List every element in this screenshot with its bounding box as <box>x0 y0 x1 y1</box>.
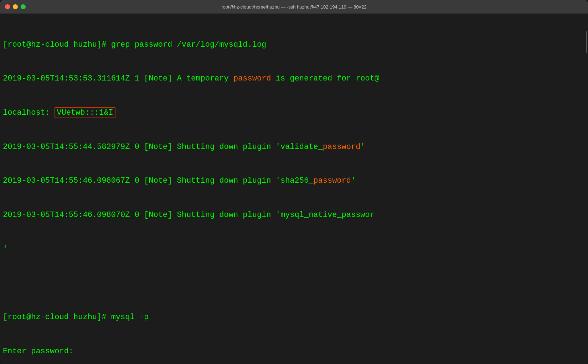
line-2: 2019-03-05T14:53:53.311614Z 1 [Note] A t… <box>3 73 581 84</box>
maximize-button[interactable] <box>21 4 26 9</box>
minimize-button[interactable] <box>13 4 18 9</box>
blank-1 <box>3 277 581 289</box>
terminal-window: root@hz-cloud:/home/huzhu — -ssh huzhu@4… <box>0 0 588 364</box>
scrollbar[interactable] <box>586 31 587 53</box>
terminal-body[interactable]: [root@hz-cloud huzhu]# grep password /va… <box>0 14 588 364</box>
line-7: [root@hz-cloud huzhu]# mysql -p <box>3 312 581 323</box>
titlebar: root@hz-cloud:/home/huzhu — -ssh huzhu@4… <box>0 0 588 14</box>
close-button[interactable] <box>5 4 10 9</box>
line-4: 2019-03-05T14:55:44.582979Z 0 [Note] Shu… <box>3 141 581 153</box>
line-6b: ' <box>3 244 581 255</box>
line-1: [root@hz-cloud huzhu]# grep password /va… <box>3 39 581 51</box>
line-5: 2019-03-05T14:55:46.098067Z 0 [Note] Shu… <box>3 175 581 187</box>
terminal-content: [root@hz-cloud huzhu]# grep password /va… <box>3 16 581 364</box>
window-title: root@hz-cloud:/home/huzhu — -ssh huzhu@4… <box>221 4 367 10</box>
line-3: localhost: VUetwb:::1&I <box>3 107 581 119</box>
traffic-lights <box>5 4 26 9</box>
password-value: VUetwb:::1&I <box>55 107 115 118</box>
line-8: Enter password: <box>3 346 581 357</box>
line-6: 2019-03-05T14:55:46.098070Z 0 [Note] Shu… <box>3 209 581 221</box>
